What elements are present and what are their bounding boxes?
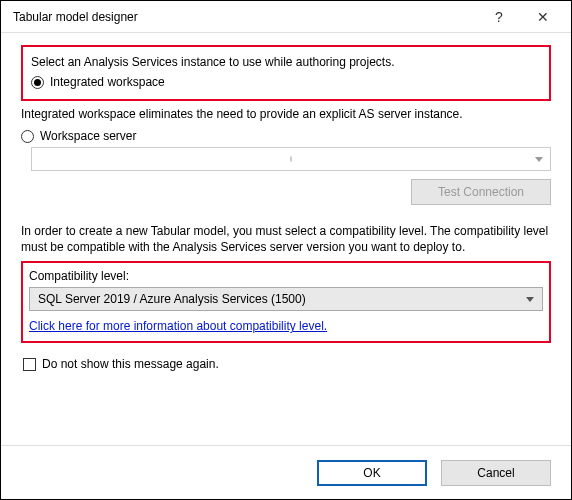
window-title: Tabular model designer: [13, 10, 477, 24]
workspace-highlight: Select an Analysis Services instance to …: [21, 45, 551, 101]
close-icon[interactable]: ✕: [521, 2, 565, 32]
dialog-content: Select an Analysis Services instance to …: [1, 33, 571, 445]
compat-info-link[interactable]: Click here for more information about co…: [29, 319, 327, 333]
integrated-note: Integrated workspace eliminates the need…: [21, 107, 551, 121]
radio-label: Workspace server: [40, 129, 136, 143]
workspace-instruction: Select an Analysis Services instance to …: [31, 55, 541, 69]
radio-icon: [31, 76, 44, 89]
compat-level-select[interactable]: SQL Server 2019 / Azure Analysis Service…: [29, 287, 543, 311]
compat-level-value: SQL Server 2019 / Azure Analysis Service…: [38, 292, 306, 306]
compat-label: Compatibility level:: [29, 269, 543, 283]
compat-intro: In order to create a new Tabular model, …: [21, 223, 551, 255]
radio-workspace-server[interactable]: Workspace server: [21, 129, 551, 143]
checkbox-icon: [23, 358, 36, 371]
server-block: Test Connection: [31, 147, 551, 205]
ok-button[interactable]: OK: [317, 460, 427, 486]
caret-icon: [291, 157, 292, 162]
checkbox-label: Do not show this message again.: [42, 357, 219, 371]
radio-integrated-workspace[interactable]: Integrated workspace: [31, 75, 541, 89]
server-dropdown[interactable]: [31, 147, 551, 171]
test-row: Test Connection: [31, 179, 551, 205]
compat-highlight: Compatibility level: SQL Server 2019 / A…: [21, 261, 551, 343]
radio-label: Integrated workspace: [50, 75, 165, 89]
dialog-footer: OK Cancel: [1, 445, 571, 499]
titlebar: Tabular model designer ? ✕: [1, 1, 571, 33]
dont-show-checkbox[interactable]: Do not show this message again.: [23, 357, 551, 371]
cancel-button[interactable]: Cancel: [441, 460, 551, 486]
radio-icon: [21, 130, 34, 143]
help-icon[interactable]: ?: [477, 2, 521, 32]
dialog-window: Tabular model designer ? ✕ Select an Ana…: [0, 0, 572, 500]
test-connection-button[interactable]: Test Connection: [411, 179, 551, 205]
